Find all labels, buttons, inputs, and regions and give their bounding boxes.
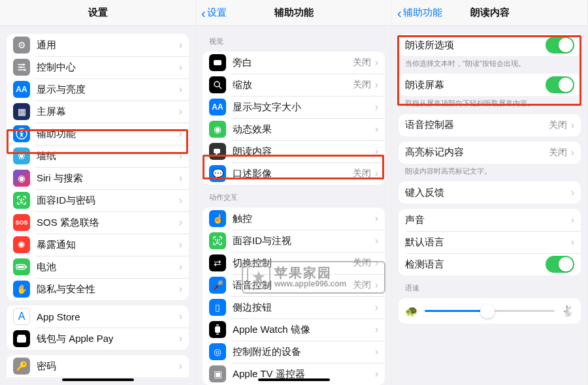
- list-item[interactable]: ▯侧边按钮›: [203, 296, 385, 318]
- toggle-switch[interactable]: [546, 76, 574, 93]
- header: ‹ 设置 辅助功能: [196, 0, 391, 26]
- list-item[interactable]: AA显示与文字大小›: [203, 96, 385, 118]
- list-item[interactable]: 朗读所选项: [399, 34, 581, 56]
- list-item[interactable]: 键入反馈›: [399, 181, 581, 204]
- list-item[interactable]: AA显示与亮度›: [7, 78, 189, 100]
- chevron-right-icon: ›: [375, 101, 378, 113]
- list-item[interactable]: ☝触控›: [203, 208, 385, 230]
- list-item[interactable]: 🔑密码›: [7, 355, 189, 377]
- list-item[interactable]: ▣Apple TV 遥控器›: [203, 363, 385, 385]
- list-item[interactable]: ◉Siri 与搜索›: [7, 167, 189, 189]
- list-item[interactable]: 缩放关闭›: [203, 74, 385, 96]
- svg-point-2: [24, 69, 26, 71]
- item-label: 隐私与安全性: [37, 283, 179, 296]
- item-label: 口述影像: [233, 168, 353, 180]
- list-item[interactable]: 默认语言›: [399, 231, 581, 253]
- group-g3: 语音控制器关闭›: [399, 114, 581, 136]
- item-label: 主屏幕: [37, 106, 179, 118]
- side-icon: ▯: [209, 299, 226, 316]
- item-label: 检测语言: [405, 258, 546, 271]
- faceid-icon: [209, 232, 226, 249]
- speed-slider[interactable]: 🐢🐇: [399, 298, 581, 324]
- A-icon: A: [13, 308, 30, 325]
- list-item[interactable]: 高亮标记内容关闭›: [399, 142, 581, 164]
- item-label: Apple Watch 镜像: [233, 324, 375, 336]
- watch-icon: [209, 321, 226, 338]
- chevron-right-icon: ›: [179, 194, 182, 206]
- item-label: 辅助功能: [37, 128, 179, 140]
- list-item[interactable]: ❀墙纸›: [7, 145, 189, 167]
- settings-panel: 设置 ⚙通用›控制中心›AA显示与亮度›▦主屏幕›辅助功能›❀墙纸›◉Siri …: [0, 0, 196, 385]
- chevron-right-icon: ›: [179, 333, 182, 345]
- list-item[interactable]: 辅助功能›: [7, 123, 189, 145]
- list-item[interactable]: ◉动态效果›: [203, 118, 385, 140]
- list-item[interactable]: SOSSOS 紧急联络›: [7, 211, 189, 234]
- accessibility-list[interactable]: 视觉旁白关闭›缩放关闭›AA显示与文字大小›◉动态效果›朗读内容›💬口述影像关闭…: [196, 26, 391, 385]
- item-label: 朗读所选项: [405, 39, 546, 52]
- item-label: 面容ID与注视: [233, 235, 375, 247]
- list-item[interactable]: ▦主屏幕›: [7, 100, 189, 123]
- chevron-right-icon: ›: [571, 187, 574, 198]
- chevron-right-icon: ›: [179, 128, 182, 140]
- chevron-right-icon: ›: [375, 57, 378, 69]
- item-label: 动态效果: [233, 123, 375, 136]
- list-item[interactable]: AApp Store›: [7, 305, 189, 328]
- list-item[interactable]: 旁白关闭›: [203, 52, 385, 74]
- list-item[interactable]: ✋隐私与安全性›: [7, 278, 189, 300]
- chevron-right-icon: ›: [571, 214, 574, 226]
- section-header: 视觉: [209, 37, 378, 46]
- chevron-right-icon: ›: [179, 150, 182, 162]
- switch-icon: ⇄: [209, 254, 226, 271]
- list-item[interactable]: 声音›: [399, 209, 581, 231]
- list-item[interactable]: 朗读屏幕: [399, 74, 581, 96]
- settings-group: AApp Store›钱包与 Apple Pay›: [7, 305, 189, 350]
- svg-point-0: [23, 64, 25, 66]
- list-item[interactable]: 面容ID与注视›: [203, 230, 385, 252]
- chevron-left-icon: ‹: [397, 7, 402, 20]
- svg-point-4: [21, 131, 23, 132]
- slider-track[interactable]: [425, 310, 555, 312]
- svg-rect-6: [25, 266, 27, 268]
- group-g1: 朗读所选项: [399, 34, 581, 56]
- list-item[interactable]: Apple Watch 镜像›: [203, 318, 385, 341]
- item-label: 触控: [233, 213, 375, 225]
- near-icon: ◎: [209, 343, 226, 360]
- chevron-right-icon: ›: [571, 119, 574, 131]
- svg-rect-9: [214, 60, 221, 65]
- back-button[interactable]: ‹ 辅助功能: [397, 7, 442, 20]
- watermark-title: 苹果家园: [274, 266, 346, 280]
- list-item[interactable]: 面容ID与密码›: [7, 189, 189, 211]
- spoken-content-list[interactable]: 朗读所选项当你选择文本时，"朗读"按钮会出现。朗读屏幕双指从屏幕顶部向下轻扫听取…: [392, 26, 587, 385]
- item-label: 声音: [405, 214, 571, 226]
- slider-thumb[interactable]: [480, 304, 495, 318]
- item-label: 暴露通知: [37, 239, 179, 251]
- list-item[interactable]: 💬口述影像关闭›: [203, 162, 385, 185]
- toggle-switch[interactable]: [546, 256, 574, 273]
- item-label: 缩放: [233, 79, 353, 91]
- list-item[interactable]: 控制中心›: [7, 56, 189, 78]
- list-item[interactable]: ◎控制附近的设备›: [203, 341, 385, 363]
- settings-group: ⚙通用›控制中心›AA显示与亮度›▦主屏幕›辅助功能›❀墙纸›◉Siri 与搜索…: [7, 34, 189, 300]
- list-item[interactable]: 语音控制器关闭›: [399, 114, 581, 136]
- svg-point-1: [20, 67, 22, 69]
- watermark: ★ 苹果家园 www.apple996.com: [242, 261, 385, 294]
- list-item[interactable]: 电池›: [7, 256, 189, 278]
- chevron-right-icon: ›: [179, 84, 182, 95]
- chevron-right-icon: ›: [179, 360, 182, 372]
- item-value: 关闭: [353, 57, 371, 69]
- battery-icon: [13, 258, 30, 275]
- list-item[interactable]: 检测语言: [399, 253, 581, 275]
- list-item[interactable]: 钱包与 Apple Pay›: [7, 328, 189, 350]
- list-item[interactable]: 朗读内容›: [203, 140, 385, 162]
- back-button[interactable]: ‹ 设置: [201, 7, 227, 20]
- item-label: 面容ID与密码: [37, 194, 179, 207]
- tv-icon: ▣: [209, 365, 226, 382]
- settings-list[interactable]: ⚙通用›控制中心›AA显示与亮度›▦主屏幕›辅助功能›❀墙纸›◉Siri 与搜索…: [0, 26, 195, 385]
- item-label: 默认语言: [405, 236, 571, 249]
- list-item[interactable]: ⚙通用›: [7, 34, 189, 56]
- chevron-right-icon: ›: [375, 123, 378, 135]
- chevron-left-icon: ‹: [201, 7, 206, 20]
- list-item[interactable]: ✺暴露通知›: [7, 234, 189, 256]
- toggle-switch[interactable]: [546, 37, 574, 54]
- touch-icon: ☝: [209, 210, 226, 227]
